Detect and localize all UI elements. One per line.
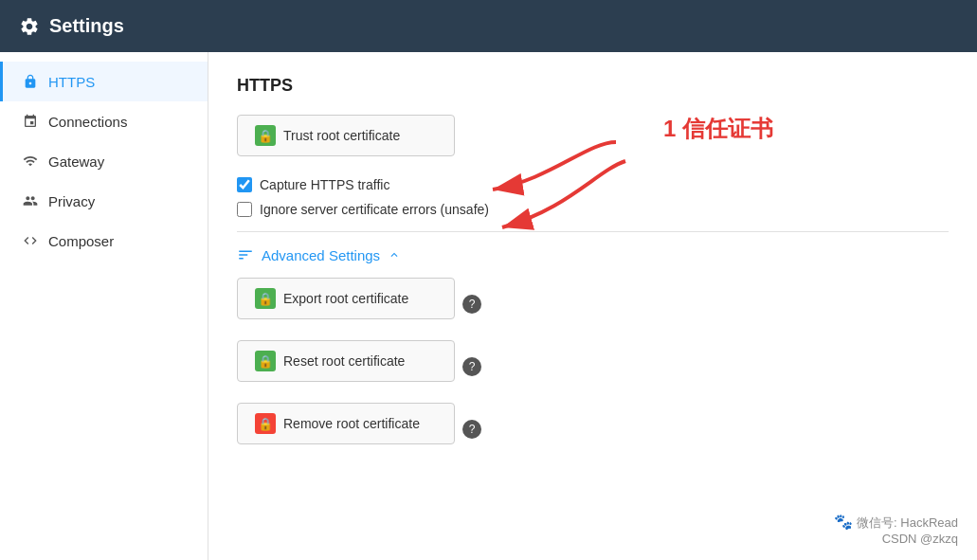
gateway-icon <box>22 153 39 170</box>
watermark: 🐾 微信号: HackRead CSDN @zkzq <box>834 513 958 546</box>
trust-button-row: 🔒 Trust root certificate <box>237 115 949 168</box>
ignore-cert-errors-label: Ignore server certificate errors (unsafe… <box>260 202 489 217</box>
reset-cert-icon: 🔒 <box>255 351 276 371</box>
reset-root-certificate-button[interactable]: 🔒 Reset root certificate <box>237 340 455 382</box>
remove-cert-icon: 🔒 <box>255 413 276 434</box>
sidebar-item-https[interactable]: HTTPS <box>0 62 208 101</box>
reset-help-icon[interactable]: ? <box>462 357 481 376</box>
export-cert-icon: 🔒 <box>255 288 276 309</box>
topbar-title: Settings <box>19 15 124 37</box>
sidebar-item-composer[interactable]: Composer <box>0 221 208 261</box>
ignore-cert-errors-checkbox[interactable] <box>237 202 252 217</box>
sidebar-item-label-privacy: Privacy <box>48 193 95 209</box>
remove-button-row: 🔒 Remove root certificate ? <box>237 403 949 456</box>
sidebar-item-gateway[interactable]: Gateway <box>0 141 208 181</box>
sidebar-item-label-composer: Composer <box>48 233 114 249</box>
sidebar-item-privacy[interactable]: Privacy <box>0 181 208 221</box>
sidebar: HTTPS Connections Gateway <box>0 52 208 560</box>
sidebar-item-label-gateway: Gateway <box>48 154 104 170</box>
watermark-line2: CSDN @zkzq <box>834 532 958 546</box>
ignore-cert-errors-row: Ignore server certificate errors (unsafe… <box>237 202 949 217</box>
sidebar-item-label-connections: Connections <box>48 114 127 130</box>
privacy-icon <box>22 192 39 209</box>
gear-icon <box>19 16 40 37</box>
sliders-icon <box>237 246 254 263</box>
composer-icon <box>22 232 39 249</box>
connections-icon <box>22 113 39 130</box>
app-title: Settings <box>49 15 124 37</box>
divider <box>237 231 949 232</box>
chevron-up-icon <box>388 248 401 262</box>
capture-https-row: Capture HTTPS traffic <box>237 177 949 192</box>
remove-root-certificate-button[interactable]: 🔒 Remove root certificate <box>237 403 455 444</box>
trust-root-certificate-button[interactable]: 🔒 Trust root certificate <box>237 115 455 156</box>
page-title: HTTPS <box>237 76 949 96</box>
trust-cert-icon: 🔒 <box>255 125 276 146</box>
topbar: Settings <box>0 0 977 52</box>
reset-button-row: 🔒 Reset root certificate ? <box>237 340 949 393</box>
main-layout: HTTPS Connections Gateway <box>0 52 977 560</box>
capture-https-label: Capture HTTPS traffic <box>260 177 389 192</box>
reset-button-label: Reset root certificate <box>283 353 405 369</box>
content-area: HTTPS 🔒 Trust root certificate Capture H… <box>208 52 977 560</box>
lock-icon <box>22 73 39 90</box>
advanced-settings-label: Advanced Settings <box>262 247 380 263</box>
export-button-row: 🔒 Export root certificate ? <box>237 278 949 331</box>
export-root-certificate-button[interactable]: 🔒 Export root certificate <box>237 278 455 319</box>
export-help-icon[interactable]: ? <box>462 295 481 314</box>
sidebar-item-label-https: HTTPS <box>48 74 95 90</box>
remove-button-label: Remove root certificate <box>283 416 420 431</box>
trust-button-label: Trust root certificate <box>283 128 400 143</box>
advanced-settings-toggle[interactable]: Advanced Settings <box>237 246 949 263</box>
sidebar-item-connections[interactable]: Connections <box>0 101 208 141</box>
capture-https-checkbox[interactable] <box>237 177 252 192</box>
watermark-line1: 🐾 微信号: HackRead <box>834 513 958 532</box>
remove-help-icon[interactable]: ? <box>462 420 481 439</box>
export-button-label: Export root certificate <box>283 291 408 306</box>
